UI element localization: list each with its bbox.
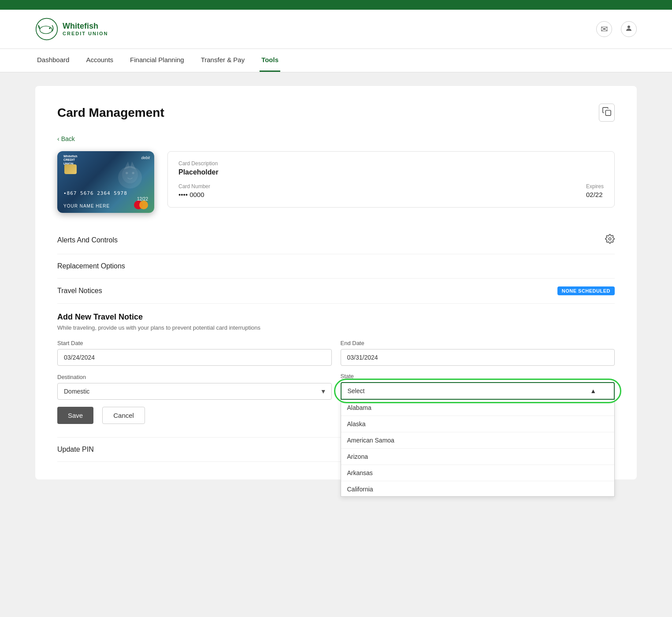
logo-area: Whitefish CREDIT UNION <box>35 18 108 41</box>
destination-select[interactable]: Domestic International <box>57 383 332 400</box>
mail-icon: ✉ <box>601 24 608 34</box>
card-info-section: WhitefishCREDITUNION debit •867 5676 236… <box>57 151 615 213</box>
card-wolf-icon <box>110 156 150 195</box>
nav-dashboard[interactable]: Dashboard <box>35 49 71 72</box>
state-label: State <box>341 373 615 379</box>
expires-label: Expires <box>586 183 604 190</box>
state-select-field[interactable]: Select ▲ <box>341 382 615 400</box>
header-icons: ✉ <box>596 21 637 37</box>
back-link[interactable]: ‹ Back <box>57 135 75 142</box>
nav-accounts[interactable]: Accounts <box>84 49 115 72</box>
save-button[interactable]: Save <box>57 407 93 424</box>
svg-point-0 <box>36 19 58 40</box>
destination-select-wrapper: Domestic International ▼ <box>57 383 332 400</box>
travel-notices-label: Travel Notices <box>57 287 102 295</box>
start-date-label: Start Date <box>57 340 332 346</box>
dates-row: Start Date End Date <box>57 340 615 366</box>
main-content: Card Management ‹ Back WhitefishCREDITUN… <box>0 73 672 493</box>
page-title-row: Card Management <box>57 104 615 122</box>
svg-point-2 <box>49 28 50 29</box>
gear-icon <box>605 234 615 244</box>
card-number-section: Card Number •••• 0000 <box>178 183 210 198</box>
state-chevron-icon: ▲ <box>590 387 596 394</box>
start-date-input[interactable] <box>57 349 332 366</box>
svg-point-9 <box>126 172 128 174</box>
copy-icon-button[interactable] <box>599 104 615 122</box>
state-option-arizona[interactable]: Arizona <box>341 449 615 465</box>
svg-rect-4 <box>605 110 611 115</box>
user-button[interactable] <box>621 21 637 37</box>
card-description-value: Placeholder <box>178 168 604 176</box>
back-chevron-icon: ‹ <box>57 135 59 142</box>
nav-tools[interactable]: Tools <box>260 49 280 72</box>
travel-notices-badge: NONE SCHEDULED <box>557 286 615 295</box>
page-title: Card Management <box>57 106 164 120</box>
card-number-visual: •867 5676 2364 5978 <box>63 190 127 196</box>
navigation: Dashboard Accounts Financial Planning Tr… <box>0 49 672 73</box>
update-pin-label: Update PIN <box>57 446 94 453</box>
travel-notice-form: Add New Travel Notice While traveling, p… <box>57 304 615 437</box>
state-dropdown-list: Alabama Alaska American Samoa Arizona Ar… <box>341 400 615 497</box>
alerts-controls-row: Alerts And Controls <box>57 226 615 254</box>
travel-notice-title: Add New Travel Notice <box>57 312 615 322</box>
alerts-controls-label: Alerts And Controls <box>57 236 118 244</box>
card-details-box: Card Description Placeholder Card Number… <box>167 151 615 208</box>
user-icon <box>625 24 633 34</box>
header: Whitefish CREDIT UNION ✉ <box>0 10 672 49</box>
logo-text: Whitefish CREDIT UNION <box>63 22 108 36</box>
state-option-california[interactable]: California <box>341 481 615 497</box>
travel-notice-description: While traveling, provide us with your pl… <box>57 324 615 331</box>
replacement-options-row: Replacement Options <box>57 254 615 279</box>
top-bar <box>0 0 672 10</box>
nav-transfer-pay[interactable]: Transfer & Pay <box>199 49 246 72</box>
state-dropdown-container: Select ▲ Alabama Alaska American Samoa A… <box>341 382 615 400</box>
fish-icon <box>35 18 58 41</box>
card-panel: Card Management ‹ Back WhitefishCREDITUN… <box>35 86 637 479</box>
alerts-gear-button[interactable] <box>605 234 615 246</box>
state-group: State Select ▲ Alabama Alaska <box>341 373 615 400</box>
end-date-input[interactable] <box>341 349 615 366</box>
travel-notices-row: Travel Notices NONE SCHEDULED <box>57 279 615 304</box>
svg-point-10 <box>132 172 134 174</box>
state-option-alaska[interactable]: Alaska <box>341 416 615 432</box>
card-num-expires-row: Card Number •••• 0000 Expires 02/22 <box>178 183 604 198</box>
card-name-visual: YOUR NAME HERE <box>63 204 110 208</box>
destination-state-row: Destination Domestic International ▼ Sta… <box>57 373 615 400</box>
end-date-label: End Date <box>341 340 615 346</box>
cancel-button[interactable]: Cancel <box>102 407 145 424</box>
back-label: Back <box>61 135 75 142</box>
expires-value: 02/22 <box>586 191 604 198</box>
card-chip-icon <box>64 164 77 174</box>
state-select-value: Select <box>348 387 365 394</box>
state-option-american-samoa[interactable]: American Samoa <box>341 432 615 449</box>
destination-label: Destination <box>57 374 332 380</box>
svg-point-3 <box>627 26 630 28</box>
logo-whitefish: Whitefish <box>63 22 108 31</box>
mail-button[interactable]: ✉ <box>596 21 612 37</box>
svg-point-8 <box>122 166 138 183</box>
debit-card-visual: WhitefishCREDITUNION debit •867 5676 236… <box>57 151 154 213</box>
svg-point-11 <box>609 238 611 240</box>
replacement-options-label: Replacement Options <box>57 262 125 270</box>
nav-financial-planning[interactable]: Financial Planning <box>128 49 186 72</box>
card-description-label: Card Description <box>178 160 604 167</box>
card-number-value: •••• 0000 <box>178 191 210 198</box>
state-option-alabama[interactable]: Alabama <box>341 400 615 416</box>
mastercard-logo <box>134 201 148 209</box>
end-date-group: End Date <box>341 340 615 366</box>
card-expires-section: Expires 02/22 <box>586 183 604 198</box>
destination-group: Destination Domestic International ▼ <box>57 374 332 400</box>
start-date-group: Start Date <box>57 340 332 366</box>
copy-icon <box>602 107 612 116</box>
logo-cu: CREDIT UNION <box>63 31 108 36</box>
svg-point-1 <box>40 26 52 33</box>
state-option-arkansas[interactable]: Arkansas <box>341 465 615 481</box>
card-number-label: Card Number <box>178 183 210 190</box>
